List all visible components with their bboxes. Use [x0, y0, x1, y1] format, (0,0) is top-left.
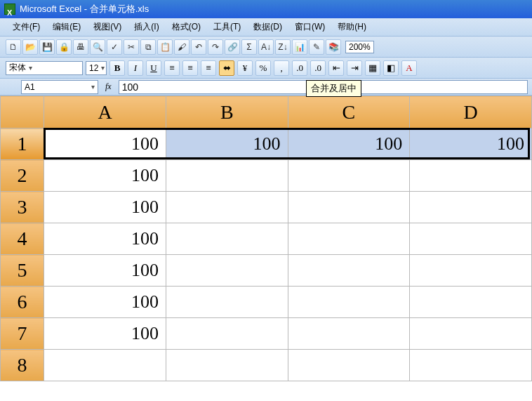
font-size-combo[interactable]: 12: [86, 61, 107, 75]
font-name-combo[interactable]: 宋体: [6, 61, 83, 75]
cell-d8[interactable]: [410, 350, 532, 381]
col-header-c[interactable]: C: [288, 96, 410, 129]
cell-d3[interactable]: [410, 192, 532, 223]
cell-b4[interactable]: [166, 223, 288, 255]
cell-b2[interactable]: [166, 160, 288, 192]
cell-d4[interactable]: [410, 223, 532, 255]
new-button[interactable]: 🗋: [6, 39, 21, 55]
cell-b5[interactable]: [166, 255, 288, 287]
menu-insert[interactable]: 插入(I): [134, 21, 159, 33]
menu-tools[interactable]: 工具(T): [213, 21, 241, 33]
menu-data[interactable]: 数据(D): [253, 21, 282, 33]
cell-b6[interactable]: [166, 287, 288, 318]
col-header-a[interactable]: A: [44, 96, 166, 129]
drawing-button[interactable]: ✎: [309, 39, 324, 55]
copy-button[interactable]: ⧉: [140, 39, 156, 55]
row-header-3[interactable]: 3: [1, 192, 44, 223]
row-header-4[interactable]: 4: [1, 223, 44, 255]
document-name: 合并单元格.xls: [90, 4, 149, 14]
redo-button[interactable]: ↷: [208, 39, 223, 55]
merge-center-button[interactable]: ⬌: [219, 60, 234, 76]
cell-b1[interactable]: 100: [166, 129, 288, 160]
cell-c7[interactable]: [288, 318, 410, 350]
align-center-button[interactable]: ≡: [182, 60, 198, 76]
cell-d7[interactable]: [410, 318, 532, 350]
cell-c6[interactable]: [288, 287, 410, 318]
menu-edit[interactable]: 编辑(E): [53, 21, 81, 33]
select-all-corner[interactable]: [1, 96, 44, 129]
row-header-8[interactable]: 8: [1, 350, 44, 381]
open-button[interactable]: 📂: [22, 39, 38, 55]
comma-button[interactable]: ,: [274, 60, 289, 76]
cell-a6[interactable]: 100: [44, 287, 166, 318]
menu-window[interactable]: 窗口(W): [295, 21, 325, 33]
align-left-button[interactable]: ≡: [164, 60, 180, 76]
menu-file[interactable]: 文件(F): [13, 21, 40, 33]
hyperlink-button[interactable]: 🔗: [225, 39, 240, 55]
print-preview-button[interactable]: 🔍: [90, 39, 105, 55]
fx-icon[interactable]: fx: [105, 81, 112, 92]
cell-c4[interactable]: [288, 223, 410, 255]
cell-b7[interactable]: [166, 318, 288, 350]
paste-button[interactable]: 📋: [157, 39, 173, 55]
format-painter-button[interactable]: 🖌: [174, 39, 189, 55]
standard-toolbar: 🗋 📂 💾 🔒 🖶 🔍 ✓ ✂ ⧉ 📋 🖌 ↶ ↷ 🔗 Σ A↓ Z↓ 📊 ✎ …: [0, 37, 532, 58]
cell-a5[interactable]: 100: [44, 255, 166, 287]
col-header-d[interactable]: D: [410, 96, 532, 129]
col-header-b[interactable]: B: [166, 96, 288, 129]
spelling-button[interactable]: ✓: [107, 39, 122, 55]
increase-decimal-button[interactable]: .0: [292, 60, 307, 76]
save-button[interactable]: 💾: [39, 39, 55, 55]
cell-a8[interactable]: [44, 350, 166, 381]
zoom-combo[interactable]: 200%: [345, 41, 374, 53]
print-button[interactable]: 🖶: [73, 39, 88, 55]
fill-color-button[interactable]: ◧: [383, 60, 399, 76]
chart-button[interactable]: 📊: [292, 39, 307, 55]
cell-d5[interactable]: [410, 255, 532, 287]
row-header-2[interactable]: 2: [1, 160, 44, 192]
menu-help[interactable]: 帮助(H): [338, 21, 366, 33]
align-right-button[interactable]: ≡: [201, 60, 216, 76]
undo-button[interactable]: ↶: [191, 39, 206, 55]
cell-c3[interactable]: [288, 192, 410, 223]
autosum-button[interactable]: Σ: [241, 39, 257, 55]
name-box[interactable]: A1: [21, 80, 98, 94]
row-header-5[interactable]: 5: [1, 255, 44, 287]
cell-a4[interactable]: 100: [44, 223, 166, 255]
percent-button[interactable]: %: [255, 60, 271, 76]
cell-c8[interactable]: [288, 350, 410, 381]
cell-b8[interactable]: [166, 350, 288, 381]
cell-d2[interactable]: [410, 160, 532, 192]
bold-button[interactable]: B: [109, 60, 125, 76]
italic-button[interactable]: I: [128, 60, 143, 76]
research-button[interactable]: 📚: [326, 39, 341, 55]
decrease-indent-button[interactable]: ⇤: [328, 60, 344, 76]
cell-c2[interactable]: [288, 160, 410, 192]
cell-d6[interactable]: [410, 287, 532, 318]
row-header-7[interactable]: 7: [1, 318, 44, 350]
cell-c1[interactable]: 100: [288, 129, 410, 160]
sort-desc-button[interactable]: Z↓: [275, 39, 291, 55]
borders-button[interactable]: ▦: [365, 60, 380, 76]
sort-asc-button[interactable]: A↓: [258, 39, 274, 55]
underline-button[interactable]: U: [146, 60, 161, 76]
cell-d1[interactable]: 100: [410, 129, 532, 160]
decrease-decimal-button[interactable]: .0: [310, 60, 326, 76]
font-color-button[interactable]: A: [401, 60, 417, 76]
menu-format[interactable]: 格式(O): [172, 21, 201, 33]
menu-view[interactable]: 视图(V): [93, 21, 121, 33]
cell-a1[interactable]: 100: [44, 129, 166, 160]
cut-button[interactable]: ✂: [124, 39, 139, 55]
permission-button[interactable]: 🔒: [56, 39, 72, 55]
cell-a3[interactable]: 100: [44, 192, 166, 223]
row-header-6[interactable]: 6: [1, 287, 44, 318]
merge-center-tooltip: 合并及居中: [306, 80, 361, 97]
row-header-1[interactable]: 1: [1, 129, 44, 160]
cell-b3[interactable]: [166, 192, 288, 223]
currency-button[interactable]: ¥: [237, 60, 253, 76]
increase-indent-button[interactable]: ⇥: [347, 60, 362, 76]
cell-a7[interactable]: 100: [44, 318, 166, 350]
cell-c5[interactable]: [288, 255, 410, 287]
excel-icon: [4, 4, 15, 15]
cell-a2[interactable]: 100: [44, 160, 166, 192]
